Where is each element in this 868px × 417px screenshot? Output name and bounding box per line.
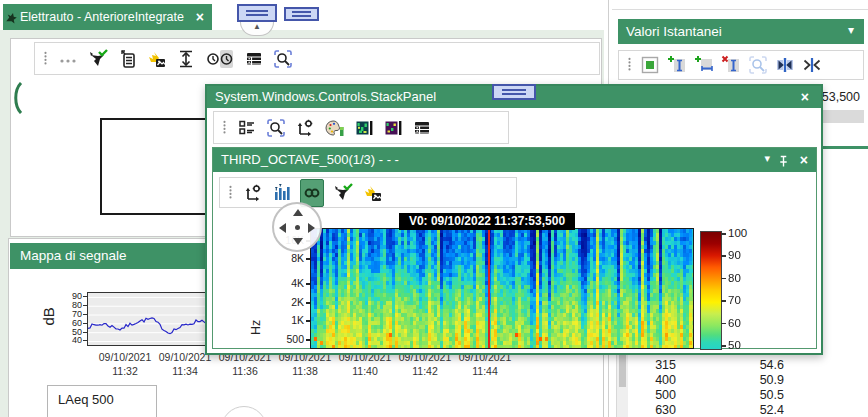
laeq-label: LAeq 500 [48,386,156,414]
spectrogram-dropdown-icon[interactable]: ▾ [764,152,770,165]
spectrogram-ytick-label: 500 [272,333,304,345]
grip-icon[interactable] [625,52,634,78]
add-vcursor-icon[interactable] [666,52,688,78]
freq-cell: 400 [630,373,676,387]
colorbar-tick-mark [721,233,726,235]
overflow-menu-icon[interactable] [57,46,79,72]
signal-ytick-mark [83,340,87,341]
app-screen: Elettrauto - AnterioreIntegrate × ▲ Mapp… [0,0,868,417]
laeq-box[interactable]: LAeq 500 [47,385,157,417]
bar-chart-icon[interactable] [271,180,293,206]
signal-map-title: Mappa di segnale [10,248,127,263]
axes-icon[interactable] [242,180,264,206]
stackpanel-close-icon[interactable]: × [801,87,809,107]
signal-ytick-label: 40 [58,335,82,345]
signal-ytick-mark [83,314,87,315]
colorbar-tick-label: 60 [728,317,741,329]
value-cell: 54.6 [700,358,784,372]
spectrogram-toolbar [219,177,517,208]
app-logo-icon [3,7,20,27]
values-panel-header[interactable]: Valori Istantanei ▾ [618,19,864,44]
colorbar [700,231,722,350]
colormap-purple-icon[interactable] [382,115,404,141]
spectrogram-ytick-mark [306,339,310,341]
dock-guide-top-2[interactable] [284,7,319,21]
signal-ytick-mark [83,332,87,333]
pan-control[interactable] [272,202,322,252]
spectrogram-ylabel: Hz [249,315,263,335]
remove-cursor-icon[interactable] [720,52,742,78]
grip-icon[interactable] [220,115,229,141]
value-cell: 50.5 [700,388,784,402]
palette-icon[interactable] [323,115,346,141]
colorbar-tick-mark [721,345,726,347]
main-toolbar [34,42,600,75]
spectrogram-ytick-label: 4K [272,277,304,289]
pan-down-icon[interactable] [293,238,303,245]
spectrogram-ytick-label: 2K [272,296,304,308]
tab-elettrauto[interactable]: Elettrauto - AnterioreIntegrate × [3,4,212,30]
colorbar-tick-mark [721,255,726,257]
spectrogram-ytick-mark [306,320,310,322]
spectrogram-titlebar[interactable]: THIRD_OCTAVE_500(1/3) - - - ▾ × [213,148,816,172]
cursor-tooltip: V0: 09/10/2022 11:37:53,500 [399,213,575,230]
export-check-icon[interactable] [331,180,355,206]
zoom-disabled-icon[interactable] [747,52,769,78]
spectrogram-title: THIRD_OCTAVE_500(1/3) - - - [213,152,399,167]
colorbar-tick-mark [721,278,726,280]
signal-ylabel: dB [40,302,57,326]
colormap-green-icon[interactable] [353,115,375,141]
layout-list-icon[interactable] [236,115,258,141]
pan-right-icon[interactable] [308,223,315,233]
export-check-icon[interactable] [86,46,110,72]
colorbar-tick-mark [721,300,726,302]
align-cursor-icon[interactable] [801,52,823,78]
colorbar-tick-label: 90 [728,249,741,261]
dock-guide-top-1[interactable] [237,4,277,22]
colorbar-tick-label: 50 [728,339,741,351]
values-panel-dropdown-icon[interactable]: ▾ [848,23,854,37]
grip-icon[interactable] [226,180,235,206]
zoom-region-icon[interactable] [272,46,294,72]
data-table-icon[interactable] [243,46,265,72]
stackpanel-title: System.Windows.Controls.StackPanel [207,89,436,104]
selection-paren-mark [11,82,25,114]
stackpanel-toolbar [213,111,509,144]
spectrogram-ytick-label: 1K [272,314,304,326]
values-panel-top-border [612,9,868,10]
axes-icon[interactable] [294,115,316,141]
spectrogram-canvas[interactable] [310,228,694,349]
report-icon[interactable] [117,46,139,72]
signal-ytick-mark [83,296,87,297]
pin-icon[interactable] [777,150,790,172]
zoom-region-icon[interactable] [265,115,287,141]
move-cursor-icon[interactable] [774,52,796,78]
legend-checkbox-icon[interactable] [639,52,661,78]
pan-left-icon[interactable] [279,223,286,233]
time-cursors-icon[interactable] [204,46,236,72]
add-hcursor-icon[interactable] [693,52,715,78]
data-table-icon[interactable] [411,115,433,141]
signal-ytick-mark [83,305,87,306]
spectrogram-close-icon[interactable]: × [800,150,808,170]
pan-up-icon[interactable] [293,209,303,216]
grip-icon[interactable] [41,46,50,72]
spectrogram-ytick-mark [306,283,310,285]
colorbar-tick-label: 80 [728,272,741,284]
values-toolbar [618,50,864,80]
freq-cell: 500 [630,388,676,402]
value-cell: 50.9 [700,373,784,387]
image-export-icon[interactable] [146,46,168,72]
values-panel-title: Valori Istantanei [618,24,722,39]
tab-label: Elettrauto - AnterioreIntegrate [20,10,184,24]
colorbar-tick-mark [721,323,726,325]
signal-xtick-time: 11:44 [449,365,521,377]
spectrogram-ytick-mark [306,258,310,260]
fit-vertical-icon[interactable] [175,46,197,72]
dock-guide-window[interactable] [492,84,536,100]
image-export-icon[interactable] [362,180,384,206]
colorbar-tick-label: 70 [728,294,741,306]
pan-center-dot[interactable] [295,225,300,230]
signal-ytick-mark [83,323,87,324]
tab-close-icon[interactable]: × [196,9,204,25]
